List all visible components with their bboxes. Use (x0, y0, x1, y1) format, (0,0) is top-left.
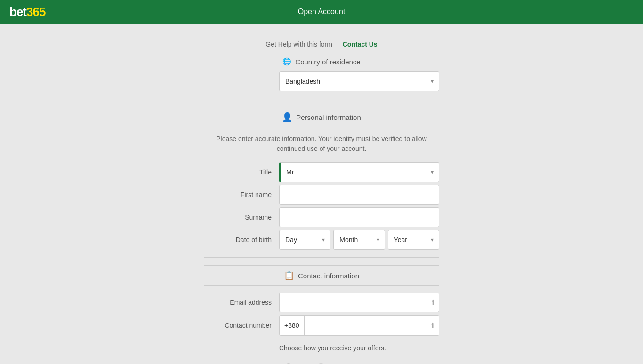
title-select-wrapper: Mr Mrs Miss Ms Dr ▾ (279, 162, 439, 182)
email-field: ℹ (279, 293, 439, 312)
dob-day-select[interactable]: Day (279, 230, 330, 250)
firstname-input[interactable] (279, 185, 439, 205)
country-label: Country of residence (295, 58, 360, 66)
firstname-row: First name (204, 185, 439, 205)
page-title: Open Account (298, 8, 346, 16)
surname-input[interactable] (279, 207, 439, 227)
dob-label: Date of birth (204, 236, 279, 244)
country-select-wrapper: Bangladesh ▾ (279, 71, 439, 91)
dob-month-wrapper: Month ▾ (333, 230, 385, 250)
offers-field: Choose how you receive your offers. (279, 339, 439, 356)
phone-wrapper: +880 ℹ (279, 315, 439, 336)
dob-year-select[interactable]: Year (388, 230, 439, 250)
country-row: Bangladesh ▾ (204, 71, 439, 91)
logo-365: 365 (26, 5, 45, 19)
phone-field: +880 ℹ (279, 315, 439, 336)
country-field: Bangladesh ▾ (279, 71, 439, 91)
divider-2 (204, 257, 439, 258)
firstname-label: First name (204, 191, 279, 198)
divider-1 (204, 99, 439, 99)
dob-row: Date of birth Day ▾ Month ▾ Year (204, 230, 439, 250)
personal-section-header: 👤 Personal information (204, 107, 439, 127)
surname-row: Surname (204, 207, 439, 227)
phone-row: Contact number +880 ℹ (204, 315, 439, 336)
country-select[interactable]: Bangladesh (279, 71, 439, 91)
title-field: Mr Mrs Miss Ms Dr ▾ (279, 162, 439, 182)
surname-field (279, 207, 439, 227)
dob-fields: Day ▾ Month ▾ Year ▾ (279, 230, 439, 250)
email-info-icon[interactable]: ℹ (432, 298, 434, 307)
notification-row: Notification Yes No (204, 358, 439, 364)
header: bet365 Open Account (0, 0, 643, 24)
phone-input[interactable] (305, 316, 439, 335)
dob-year-wrapper: Year ▾ (388, 230, 439, 250)
person-icon: 👤 (282, 112, 292, 122)
email-input[interactable] (279, 293, 439, 312)
email-row: Email address ℹ (204, 293, 439, 312)
contact-icon: 📋 (284, 270, 294, 281)
phone-info-icon[interactable]: ℹ (431, 321, 434, 330)
form-container: 🌐 Country of residence Bangladesh ▾ 👤 Pe… (204, 57, 439, 364)
offers-row: Choose how you receive your offers. (204, 339, 439, 356)
title-label: Title (204, 168, 279, 176)
personal-info-desc: Please enter accurate information. Your … (204, 134, 439, 154)
dob-month-select[interactable]: Month (333, 230, 385, 250)
logo: bet365 (9, 5, 45, 19)
phone-label: Contact number (204, 322, 279, 329)
contact-section-header: 📋 Contact information (204, 265, 439, 286)
contact-us-link[interactable]: Contact Us (343, 40, 378, 48)
offers-text: Choose how you receive your offers. (279, 344, 439, 352)
firstname-field (279, 185, 439, 205)
email-label: Email address (204, 299, 279, 306)
surname-label: Surname (204, 214, 279, 221)
help-text: Get Help with this form — (265, 40, 341, 48)
globe-icon: 🌐 (282, 57, 291, 66)
country-section-header: 🌐 Country of residence (204, 57, 439, 66)
email-input-wrapper: ℹ (279, 293, 439, 312)
title-select[interactable]: Mr Mrs Miss Ms Dr (279, 162, 439, 182)
main-content: Get Help with this form — Contact Us 🌐 C… (110, 24, 533, 364)
contact-label: Contact information (298, 272, 359, 280)
personal-label: Personal information (296, 113, 361, 121)
phone-prefix: +880 (280, 316, 305, 335)
dob-day-wrapper: Day ▾ (279, 230, 330, 250)
title-row: Title Mr Mrs Miss Ms Dr ▾ (204, 162, 439, 182)
personal-desc-text: Please enter accurate information. Your … (216, 135, 426, 152)
logo-bet: bet (9, 5, 26, 19)
help-bar: Get Help with this form — Contact Us (119, 40, 524, 48)
